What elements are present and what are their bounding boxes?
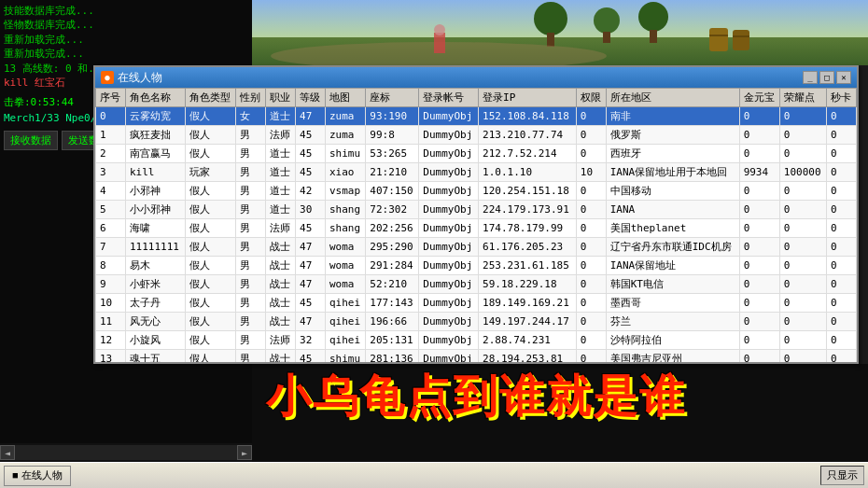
table-cell: 女 [236, 107, 266, 126]
table-cell: 男 [236, 182, 266, 201]
table-cell: 12 [96, 331, 126, 350]
table-cell: 174.78.179.99 [479, 219, 577, 238]
table-cell: 假人 [185, 350, 236, 363]
table-cell: 0 [779, 219, 826, 238]
table-cell: 战士 [266, 275, 296, 294]
table-cell: 0 [779, 350, 826, 363]
table-cell: 中国移动 [606, 182, 739, 201]
table-row[interactable]: 8易木假人男战士47woma291:284DummyObj253.231.61.… [96, 257, 857, 275]
scroll-track[interactable] [15, 445, 237, 460]
table-cell: qihei [325, 294, 365, 313]
table-row[interactable]: 711111111假人男战士47woma295:290DummyObj61.17… [96, 238, 857, 257]
table-row[interactable]: 12小旋风假人男法师32qihei205:131DummyObj2.88.74.… [96, 331, 857, 350]
table-cell: 俄罗斯 [606, 126, 739, 145]
table-row[interactable]: 3kill玩家男道士45xiao21:210DummyObj1.0.1.1010… [96, 163, 857, 182]
table-cell: 法师 [266, 219, 296, 238]
table-cell: 假人 [185, 238, 236, 257]
table-cell: IANA [606, 201, 739, 219]
scroll-right-button[interactable]: ► [237, 445, 252, 460]
table-cell: 0 [739, 238, 779, 257]
table-cell: DummyObj [419, 257, 479, 275]
table-cell: 0 [827, 313, 857, 331]
table-cell: 0 [576, 145, 606, 163]
table-row[interactable]: 2南宫赢马假人男道士45shimu53:265DummyObj212.7.52.… [96, 145, 857, 163]
table-cell: 0 [827, 294, 857, 313]
table-cell: 177:143 [366, 294, 419, 313]
table-row[interactable]: 9小虾米假人男战士47woma52:210DummyObj59.18.229.1… [96, 275, 857, 294]
table-cell: 0 [576, 331, 606, 350]
close-button[interactable]: ✕ [836, 71, 851, 84]
table-cell: xiao [325, 163, 365, 182]
table-cell: 4 [96, 182, 126, 201]
table-cell: 战士 [266, 238, 296, 257]
table-cell: 152.108.84.118 [479, 107, 577, 126]
maximize-button[interactable]: □ [819, 71, 834, 84]
table-cell: 0 [739, 331, 779, 350]
table-cell: 法师 [266, 331, 296, 350]
players-table-container[interactable]: 序号 角色名称 角色类型 性别 职业 等级 地图 座标 登录帐号 登录IP 权限… [95, 88, 857, 362]
game-scene-svg [252, 0, 868, 65]
col-perm: 权限 [576, 89, 606, 107]
table-cell: 149.197.244.17 [479, 313, 577, 331]
col-gender: 性别 [236, 89, 266, 107]
table-cell: 云雾幼宽 [125, 107, 185, 126]
scroll-left-button[interactable]: ◄ [0, 445, 15, 460]
table-header: 序号 角色名称 角色类型 性别 职业 等级 地图 座标 登录帐号 登录IP 权限… [96, 89, 857, 107]
minimize-button[interactable]: _ [803, 71, 818, 84]
table-row[interactable]: 4小邪神假人男道士42vsmap407:150DummyObj120.254.1… [96, 182, 857, 201]
table-row[interactable]: 6海啸假人男法师45shang202:256DummyObj174.78.179… [96, 219, 857, 238]
table-cell: 0 [739, 145, 779, 163]
window-title: 在线人物 [118, 70, 799, 86]
table-cell: 45 [296, 145, 326, 163]
table-cell: 道士 [266, 163, 296, 182]
table-cell: 南非 [606, 107, 739, 126]
table-cell: 45 [296, 350, 326, 363]
table-cell: 1 [96, 126, 126, 145]
table-cell: zuma [325, 126, 365, 145]
taskbar-right: 只显示 [820, 466, 864, 485]
table-cell: 5 [96, 201, 126, 219]
table-cell: 假人 [185, 219, 236, 238]
table-row[interactable]: 11风无心假人男战士47qihei196:66DummyObj149.197.2… [96, 313, 857, 331]
table-cell: 0 [827, 182, 857, 201]
table-cell: 假人 [185, 107, 236, 126]
table-cell: 0 [739, 182, 779, 201]
left-scrollbar: ◄ ► [0, 443, 252, 462]
taskbar-button[interactable]: ■ 在线人物 [4, 466, 71, 486]
window-icon: ● [101, 71, 114, 84]
table-cell: 2.88.74.231 [479, 331, 577, 350]
table-cell: 风无心 [125, 313, 185, 331]
system-clock: 只显示 [820, 466, 864, 485]
table-row[interactable]: 10太子丹假人男战士45qihei177:143DummyObj189.149.… [96, 294, 857, 313]
table-cell: woma [325, 275, 365, 294]
watermark-area: 小乌龟点到谁就是谁 [93, 364, 859, 429]
table-cell: 假人 [185, 145, 236, 163]
table-cell: 9934 [739, 163, 779, 182]
table-cell: qihei [325, 313, 365, 331]
table-cell: 男 [236, 313, 266, 331]
table-cell: 假人 [185, 313, 236, 331]
table-row[interactable]: 5小小邪神假人男道士30shang72:302DummyObj224.179.1… [96, 201, 857, 219]
table-row[interactable]: 1疯狂麦拙假人男法师45zuma99:8DummyObj213.210.77.7… [96, 126, 857, 145]
table-cell: 189.149.169.21 [479, 294, 577, 313]
table-cell: 99:8 [366, 126, 419, 145]
table-cell: shang [325, 219, 365, 238]
table-cell: 72:302 [366, 201, 419, 219]
taskbar-button-label: ■ 在线人物 [12, 468, 63, 482]
receive-data-button[interactable]: 接收数据 [4, 131, 58, 150]
table-cell: 美国弗吉尼亚州 [606, 350, 739, 363]
table-cell: 0 [827, 126, 857, 145]
table-cell: 美国theplanet [606, 219, 739, 238]
col-ip: 登录IP [479, 89, 577, 107]
table-row[interactable]: 0云雾幼宽假人女道士47zuma93:190DummyObj152.108.84… [96, 107, 857, 126]
table-cell: DummyObj [419, 275, 479, 294]
table-row[interactable]: 13魂十五假人男战士45shimu281:136DummyObj28.194.2… [96, 350, 857, 363]
table-cell: 假人 [185, 201, 236, 219]
table-cell: 32 [296, 331, 326, 350]
window-titlebar: ● 在线人物 _ □ ✕ [95, 67, 857, 88]
table-cell: 47 [296, 238, 326, 257]
table-cell: 0 [739, 126, 779, 145]
table-cell: 0 [576, 238, 606, 257]
table-cell: 213.210.77.74 [479, 126, 577, 145]
table-cell: 0 [779, 145, 826, 163]
